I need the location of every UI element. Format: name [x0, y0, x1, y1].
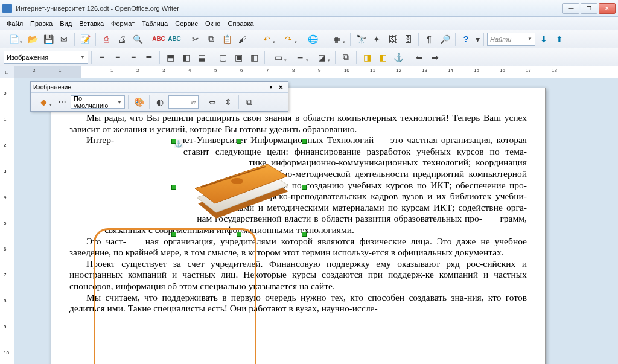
chain-button[interactable]: ⬅ — [412, 50, 427, 65]
ruler-tick: 1 — [110, 68, 113, 73]
vruler-tick: 4 — [4, 194, 6, 200]
align-center-button[interactable]: ≡ — [110, 50, 125, 65]
float-toolbar-title-text: Изображение — [33, 84, 71, 91]
maximize-button[interactable]: ❐ — [581, 3, 597, 14]
top-align-button[interactable]: ⬒ — [163, 50, 177, 65]
transparency-spinner[interactable]: ▵▿ — [168, 95, 199, 109]
nonprinting-button[interactable]: ¶ — [422, 32, 436, 46]
float-toolbar-close[interactable]: ✕ — [276, 84, 285, 91]
filter-combo[interactable]: По умолчанию▼ — [71, 95, 125, 109]
anchor-button[interactable]: ⚓ — [391, 50, 406, 65]
menu-table[interactable]: Таблица — [139, 19, 171, 28]
ruler-tick: 10 — [344, 68, 349, 73]
float-toolbar-dropdown[interactable]: ▼ — [266, 85, 276, 90]
preview-button[interactable]: 🔍 — [130, 32, 145, 46]
align-right-button[interactable]: ≡ — [126, 50, 141, 65]
find-prev-button[interactable]: ⬆ — [552, 32, 567, 46]
copy-button[interactable]: ⧉ — [204, 32, 218, 46]
border-width-button[interactable]: ━ — [290, 50, 310, 65]
undo-button[interactable]: ↶ — [256, 32, 277, 46]
open-button[interactable]: 📂 — [25, 32, 40, 46]
spellcheck-button[interactable]: ABC — [151, 32, 166, 46]
wrap-through-button[interactable]: ▥ — [247, 50, 261, 65]
sel-handle-bc[interactable] — [237, 232, 241, 237]
border-style-button[interactable]: ▭ — [268, 50, 288, 65]
image-props-button[interactable]: ⧉ — [242, 95, 256, 109]
menu-file[interactable]: Файл — [4, 19, 26, 28]
search-combo[interactable]: Найти▼ — [487, 33, 535, 46]
table-button[interactable]: ▦ — [327, 32, 347, 46]
document-viewport[interactable]: Мы рады, что Вы решили расширить свои зн… — [14, 78, 618, 364]
embedded-image[interactable]: ⚓ — [174, 118, 304, 238]
sel-handle-br[interactable] — [302, 232, 307, 237]
menu-format[interactable]: Формат — [108, 19, 138, 28]
ruler-tick: 13 — [422, 68, 427, 73]
save-button[interactable]: 💾 — [41, 32, 56, 46]
toolbar-dropdown[interactable]: ▾ — [474, 32, 480, 46]
sel-handle-tl[interactable] — [171, 139, 176, 144]
print-button[interactable]: 🖨 — [115, 32, 129, 46]
redo-button[interactable]: ↷ — [278, 32, 299, 46]
edit-file-button[interactable]: 📝 — [78, 32, 92, 46]
menu-edit[interactable]: Правка — [27, 19, 56, 28]
sel-handle-ml[interactable] — [171, 185, 176, 190]
paste-button[interactable]: 📋 — [220, 32, 234, 46]
search-placeholder: Найти — [490, 36, 511, 43]
bring-front-button[interactable]: ◨ — [360, 50, 374, 65]
align-left-button[interactable]: ≡ — [95, 50, 109, 65]
ruler-tick: 4 — [188, 68, 191, 73]
ruler-tick: 6 — [240, 68, 243, 73]
new-button[interactable]: 📄 — [4, 32, 24, 46]
sel-handle-mr[interactable] — [302, 185, 307, 190]
style-combo[interactable]: Изображения▼ — [4, 51, 88, 64]
wrap-page-button[interactable]: ▣ — [231, 50, 246, 65]
find-button[interactable]: 🔭 — [354, 32, 368, 46]
bottom-align-button[interactable]: ⬓ — [194, 50, 209, 65]
middle-align-button[interactable]: ◧ — [179, 50, 193, 65]
ruler-tick: 17 — [526, 68, 531, 73]
vruler-tick: 2 — [4, 142, 6, 148]
horizontal-ruler[interactable]: 21123456789101112131415161718 — [14, 66, 618, 78]
vruler-tick: 9 — [4, 324, 6, 330]
ruler-tick: 12 — [396, 68, 401, 73]
vruler-tick: 5 — [4, 220, 6, 226]
close-button[interactable]: ✕ — [599, 3, 616, 14]
menu-insert[interactable]: Вставка — [76, 19, 107, 28]
flip-v-button[interactable]: ⇕ — [221, 95, 235, 109]
sel-handle-tr[interactable] — [302, 139, 307, 144]
send-back-button[interactable]: ◧ — [375, 50, 390, 65]
ruler-tick: 1 — [59, 68, 61, 73]
datasources-button[interactable]: 🗄 — [401, 32, 415, 46]
navigator-button[interactable]: ✦ — [369, 32, 384, 46]
border-color-button[interactable]: ◪ — [311, 50, 332, 65]
color-button[interactable]: 🎨 — [132, 95, 146, 109]
filter-button[interactable]: ◆ — [33, 95, 54, 109]
gallery-button[interactable]: 🖼 — [385, 32, 400, 46]
menu-tools[interactable]: Сервис — [172, 19, 201, 28]
cut-button[interactable]: ✂ — [188, 32, 203, 46]
unchain-button[interactable]: ➡ — [428, 50, 442, 65]
format-paint-button[interactable]: 🖌 — [235, 32, 250, 46]
help-button[interactable]: ? — [459, 32, 473, 46]
autospell-button[interactable]: ABC — [167, 32, 182, 46]
flip-h-button[interactable]: ⇔ — [205, 95, 220, 109]
graphics-mode-button[interactable]: ⋯ — [55, 95, 69, 109]
vertical-ruler[interactable]: 012345678910 — [0, 78, 14, 364]
menu-view[interactable]: Вид — [57, 19, 75, 28]
ruler-tick: 16 — [500, 68, 505, 73]
find-next-button[interactable]: ⬇ — [537, 32, 551, 46]
minimize-button[interactable]: — — [562, 3, 579, 14]
hyperlink-button[interactable]: 🌐 — [305, 32, 320, 46]
menu-help[interactable]: Справка — [225, 19, 256, 28]
sel-handle-bl[interactable] — [171, 232, 176, 237]
wrap-off-button[interactable]: ▢ — [215, 50, 230, 65]
menu-window[interactable]: Окно — [202, 19, 224, 28]
image-float-toolbar[interactable]: Изображение ▼ ✕ ◆ ⋯ По умолчанию▼ 🎨 ◐ ▵▿… — [30, 81, 288, 112]
frame-props-button[interactable]: ⧉ — [339, 50, 353, 65]
float-toolbar-title[interactable]: Изображение ▼ ✕ — [31, 82, 288, 93]
zoom-button[interactable]: 🔎 — [438, 32, 452, 46]
transparency-button[interactable]: ◐ — [153, 95, 167, 109]
align-justify-button[interactable]: ≣ — [142, 50, 156, 65]
email-button[interactable]: ✉ — [57, 32, 71, 46]
pdf-button[interactable]: ⎙ — [99, 32, 113, 46]
